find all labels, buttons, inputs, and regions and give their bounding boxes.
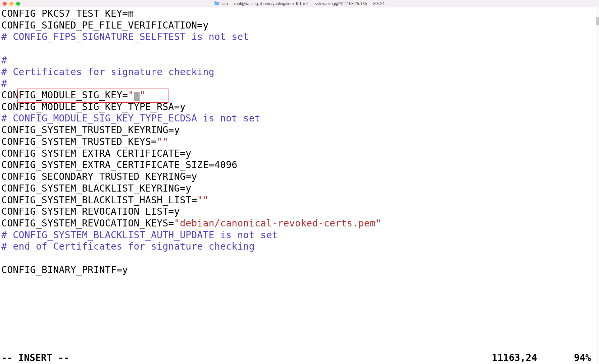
editor-line[interactable]: CONFIG_SIGNED_PE_FILE_VERIFICATION=y [1, 20, 598, 32]
comment-text: # CONFIG_FIPS_SIGNATURE_SELFTEST is not … [1, 31, 249, 42]
cursor-position: 11163,24 [492, 352, 537, 363]
editor-line[interactable]: # end of Certificates for signature chec… [1, 241, 598, 253]
config-key: CONFIG_SYSTEM_BLACKLIST_HASH_LIST= [1, 195, 197, 206]
editor-line[interactable]: CONFIG_MODULE_SIG_KEY_TYPE_RSA=y [1, 101, 598, 113]
editor-line[interactable]: # [1, 55, 598, 66]
editor-line[interactable]: CONFIG_PKCS7_TEST_KEY=m [1, 8, 598, 20]
comment-text: # end of Certificates for signature chec… [1, 241, 255, 252]
config-text: CONFIG_SYSTEM_BLACKLIST_KEYRING=y [1, 183, 191, 194]
editor-line[interactable] [1, 253, 598, 264]
config-key: CONFIG_SYSTEM_TRUSTED_KEYS= [1, 136, 157, 147]
vim-status-bar: -- INSERT -- 11163,24 94% [1, 352, 598, 364]
editor-line[interactable]: CONFIG_SYSTEM_BLACKLIST_KEYRING=y [1, 183, 598, 195]
editor-line[interactable]: CONFIG_SYSTEM_EXTRA_CERTIFICATE_SIZE=409… [1, 159, 598, 171]
comment-text: # Certificates for signature checking [1, 66, 214, 77]
string-value: "debian/canonical-revoked-certs.pem" [174, 218, 382, 229]
config-text: CONFIG_SYSTEM_EXTRA_CERTIFICATE=y [1, 148, 191, 159]
minimize-button[interactable] [9, 2, 13, 6]
config-text: CONFIG_SECONDARY_TRUSTED_KEYRING=y [1, 171, 197, 182]
comment-text: # CONFIG_SYSTEM_BLACKLIST_AUTH_UPDATE is… [1, 229, 278, 241]
config-text: CONFIG_BINARY_PRINTF=y [1, 264, 128, 275]
config-text: CONFIG_SYSTEM_EXTRA_CERTIFICATE_SIZE=409… [1, 159, 237, 170]
scrollbar-track[interactable] [596, 7, 599, 364]
maximize-button[interactable] [16, 2, 20, 6]
config-text: CONFIG_MODULE_SIG_KEY_TYPE_RSA=y [1, 101, 186, 112]
editor-line[interactable]: # Certificates for signature checking [1, 66, 598, 78]
editor-line[interactable]: CONFIG_SYSTEM_TRUSTED_KEYS="" [1, 136, 598, 148]
folder-icon [214, 2, 219, 5]
comment-text: # [1, 55, 7, 66]
window-controls [3, 2, 20, 6]
config-key: CONFIG_SYSTEM_REVOCATION_KEYS= [1, 218, 174, 229]
vim-mode-indicator: -- INSERT -- [1, 352, 69, 363]
string-quote: " [140, 90, 145, 101]
text-cursor [134, 92, 140, 101]
comment-text: # [1, 78, 7, 89]
string-value: "" [157, 136, 168, 147]
window-titlebar: .ssh — root@yanling: /home/yanling/linux… [0, 0, 599, 7]
comment-text: # CONFIG_MODULE_SIG_KEY_TYPE_ECDSA is no… [1, 113, 260, 124]
editor-line[interactable]: # [1, 78, 598, 90]
config-text: CONFIG_PKCS7_TEST_KEY=m [1, 8, 134, 19]
config-key: CONFIG_MODULE_SIG_KEY= [1, 90, 128, 101]
editor-line[interactable]: CONFIG_SYSTEM_REVOCATION_LIST=y [1, 206, 598, 218]
editor-line[interactable]: CONFIG_SYSTEM_TRUSTED_KEYRING=y [1, 124, 598, 136]
close-button[interactable] [3, 2, 7, 6]
editor-line[interactable]: CONFIG_SYSTEM_BLACKLIST_HASH_LIST="" [1, 195, 598, 206]
config-text: CONFIG_SYSTEM_REVOCATION_LIST=y [1, 206, 180, 217]
config-text: CONFIG_SYSTEM_TRUSTED_KEYRING=y [1, 124, 180, 136]
editor-line[interactable]: CONFIG_SECONDARY_TRUSTED_KEYRING=y [1, 171, 598, 183]
editor-line[interactable]: CONFIG_SYSTEM_EXTRA_CERTIFICATE=y [1, 148, 598, 160]
editor-line[interactable] [1, 43, 598, 55]
string-value: "" [197, 195, 208, 206]
terminal-editor-area[interactable]: CONFIG_PKCS7_TEST_KEY=mCONFIG_SIGNED_PE_… [0, 7, 599, 277]
editor-line[interactable]: CONFIG_BINARY_PRINTF=y [1, 264, 598, 276]
editor-line[interactable]: # CONFIG_MODULE_SIG_KEY_TYPE_ECDSA is no… [1, 113, 598, 124]
string-quote: " [128, 90, 134, 101]
editor-line[interactable]: CONFIG_MODULE_SIG_KEY="" [1, 90, 598, 101]
editor-line[interactable]: CONFIG_SYSTEM_REVOCATION_KEYS="debian/ca… [1, 218, 598, 229]
scroll-percent: 94% [574, 352, 591, 363]
config-text: CONFIG_SIGNED_PE_FILE_VERIFICATION=y [1, 20, 209, 31]
editor-line[interactable]: # CONFIG_FIPS_SIGNATURE_SELFTEST is not … [1, 31, 598, 43]
editor-line[interactable]: # CONFIG_SYSTEM_BLACKLIST_AUTH_UPDATE is… [1, 229, 598, 241]
window-title: .ssh — root@yanling: /home/yanling/linux… [214, 1, 385, 6]
scrollbar-thumb[interactable] [596, 17, 599, 25]
window-title-text: .ssh — root@yanling: /home/yanling/linux… [220, 1, 385, 6]
